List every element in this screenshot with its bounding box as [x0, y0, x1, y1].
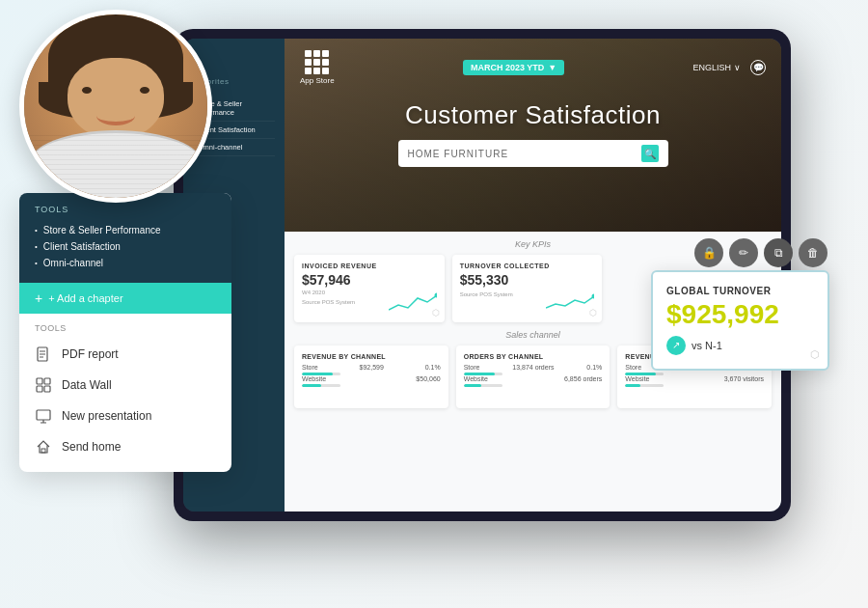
avatar-left-eye: [82, 87, 92, 94]
language-label: ENGLISH: [692, 63, 731, 72]
data-wall-item[interactable]: Data Wall: [19, 370, 231, 401]
orders-website-value: 6,856 orders: [564, 375, 602, 382]
grid-dot: [322, 59, 329, 66]
date-badge[interactable]: MARCH 2023 YTD ▼: [463, 60, 564, 75]
revenue-store-item: Store $92,599 0.1%: [302, 364, 441, 371]
new-presentation-icon: [35, 407, 52, 425]
data-wall-icon: [35, 376, 52, 394]
app-store-icon: App Store: [300, 50, 335, 85]
orders-website-bar-fill: [464, 384, 481, 387]
avatar: [19, 10, 212, 203]
chevron-down-icon: ▼: [548, 63, 556, 72]
share-icon-invoiced[interactable]: ⬡: [432, 308, 440, 318]
language-selector[interactable]: ENGLISH ∨: [692, 63, 741, 72]
grid-dot: [313, 50, 320, 57]
svg-rect-10: [37, 410, 50, 420]
orders-store-label: Store: [464, 364, 480, 371]
avatar-skin: [68, 58, 164, 140]
sidebar-nav-item-0[interactable]: Store & Seller Performance: [35, 222, 216, 238]
revenue-website-item: Website $50,060: [302, 375, 441, 382]
grid-dot: [313, 68, 320, 74]
grid-dot: [305, 50, 312, 57]
svg-rect-13: [41, 449, 45, 453]
edit-button[interactable]: ✏: [729, 238, 758, 267]
sidebar-nav-items: Store & Seller Performance Client Satisf…: [35, 222, 216, 271]
visitors-website-bar-fill: [625, 384, 640, 387]
copy-button[interactable]: ⧉: [764, 238, 793, 267]
delete-button[interactable]: 🗑: [799, 238, 827, 267]
send-home-item[interactable]: Send home: [19, 431, 231, 462]
screen-hero: App Store MARCH 2023 YTD ▼ ENGLISH ∨ 💬: [285, 39, 781, 232]
add-chapter-label: + Add a chapter: [48, 292, 122, 304]
revenue-website-bar: [302, 384, 340, 387]
new-presentation-item[interactable]: New presentation: [19, 401, 231, 431]
share-icon-turnover-card[interactable]: ⬡: [810, 348, 820, 361]
kpi-value-invoiced: $57,946: [302, 272, 437, 288]
svg-rect-7: [44, 378, 50, 384]
pdf-report-icon: [35, 345, 52, 363]
revenue-channel-card: REVENUE BY CHANNEL Store $92,599 0.1% We…: [294, 345, 448, 408]
grid-dot: [322, 50, 329, 57]
visitors-website-item: Website 3,670 visitors: [625, 375, 764, 382]
avatar-eyes: [82, 87, 149, 94]
svg-rect-6: [37, 378, 42, 384]
top-right-controls: ENGLISH ∨ 💬: [692, 60, 766, 75]
avatar-right-eye: [140, 87, 149, 94]
shirt-stripes: [29, 133, 203, 198]
grid-icon: [305, 50, 329, 74]
turnover-action-bar: 🔒 ✏ ⧉ 🗑: [694, 238, 827, 267]
grid-dot: [322, 68, 329, 74]
visitors-store-label: Store: [625, 364, 641, 371]
svg-rect-9: [44, 386, 50, 392]
search-bar[interactable]: HOME FURNITURE 🔍: [398, 140, 668, 167]
orders-website-item: Website 6,856 orders: [464, 375, 603, 382]
plus-icon: +: [35, 290, 42, 306]
turnover-vs: ↗ vs N-1: [666, 336, 814, 355]
revenue-store-pct: 0.1%: [425, 364, 441, 371]
tools-label: Tools: [19, 323, 231, 333]
lock-button[interactable]: 🔒: [694, 238, 723, 267]
add-chapter-button[interactable]: + + Add a chapter: [19, 283, 231, 314]
send-home-label: Send home: [62, 440, 121, 454]
orders-channel-card: ORDERS BY CHANNEL Store 13,874 orders 0.…: [456, 345, 610, 408]
revenue-store-value: $92,599: [360, 364, 384, 371]
orders-channel-title: ORDERS BY CHANNEL: [464, 353, 603, 360]
global-turnover-value: $925,992: [666, 300, 814, 330]
grid-dot: [305, 59, 312, 66]
revenue-website-value: $50,060: [416, 375, 440, 382]
new-presentation-label: New presentation: [62, 409, 151, 423]
data-wall-label: Data Wall: [62, 378, 112, 392]
grid-dot: [313, 59, 320, 66]
avatar-face: [24, 14, 207, 198]
send-home-icon: [35, 438, 52, 456]
date-badge-text: MARCH 2023 YTD: [471, 63, 544, 72]
sidebar-nav-item-2[interactable]: Omni-channel: [35, 255, 216, 271]
orders-store-item: Store 13,874 orders 0.1%: [464, 364, 603, 371]
screen-top-bar: App Store MARCH 2023 YTD ▼ ENGLISH ∨ 💬: [300, 50, 766, 85]
sidebar-nav-item-1[interactable]: Client Satisfaction: [35, 238, 216, 255]
kpi-value-turnover: $55,330: [460, 272, 595, 288]
visitors-website-value: 3,670 visitors: [724, 375, 764, 382]
kpi-card-turnover: TURNOVER COLLECTED $55,330 Source POS Sy…: [452, 255, 603, 322]
turnover-vs-label: vs N-1: [692, 340, 722, 351]
kpi-title-turnover: TURNOVER COLLECTED: [460, 263, 595, 270]
tools-section: Tools PDF report Data: [19, 314, 231, 472]
visitors-website-bar: [625, 384, 664, 387]
search-icon[interactable]: 🔍: [641, 145, 659, 162]
up-arrow-icon: ↗: [666, 336, 686, 355]
revenue-channel-title: REVENUE BY CHANNEL: [302, 353, 441, 360]
revenue-website-label: Website: [302, 375, 326, 382]
sidebar-panel: Tools Store & Seller Performance Client …: [19, 193, 231, 472]
kpi-title-invoiced: INVOICED REVENUE: [302, 263, 437, 270]
visitors-website-label: Website: [625, 375, 649, 382]
screen-title: Customer Satisfaction: [405, 100, 661, 130]
app-store-label: App Store: [300, 76, 335, 85]
revenue-store-label: Store: [302, 364, 318, 371]
pdf-report-item[interactable]: PDF report: [19, 339, 231, 370]
share-icon-turnover[interactable]: ⬡: [589, 308, 597, 318]
sparkline-invoiced: [389, 290, 437, 315]
chat-icon[interactable]: 💬: [750, 60, 766, 75]
avatar-shirt: [29, 130, 203, 198]
kpi-card-invoiced: INVOICED REVENUE $57,946 W4 2020 Source …: [294, 255, 445, 322]
orders-website-label: Website: [464, 375, 488, 382]
